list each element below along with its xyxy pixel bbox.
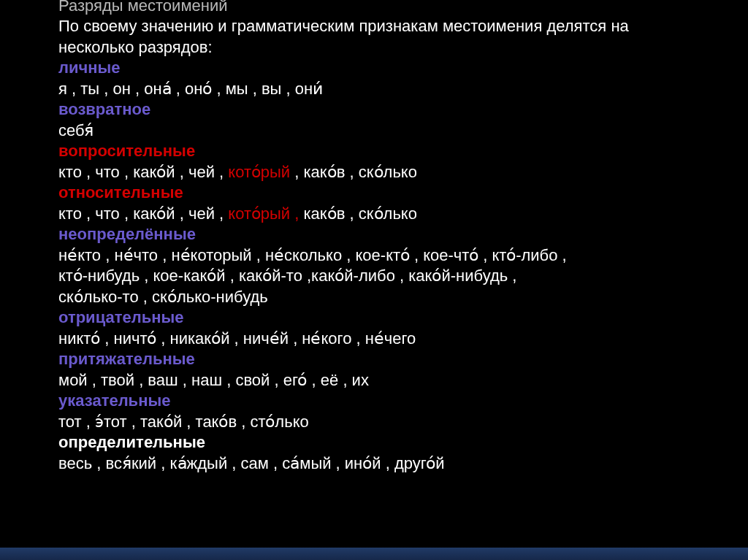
category-definitive-items: весь , вся́кий , ка́ждый , сам , са́мый …	[58, 453, 738, 474]
category-possessive-items: мой , твой , ваш , наш , свой , его́ , е…	[58, 370, 738, 391]
category-demonstrative-items: тот , э́тот , тако́й , тако́в , сто́лько	[58, 412, 738, 432]
category-negative-label: отрицательные	[58, 307, 738, 328]
category-reflexive-label: возвратное	[58, 99, 738, 120]
relative-post: како́в , ско́лько	[299, 204, 417, 223]
interrogative-highlight: кото́рый	[228, 163, 290, 181]
category-reflexive-items: себя́	[58, 120, 738, 141]
category-indefinite-label: неопределённые	[58, 224, 738, 245]
interrogative-post: , како́в , ско́лько	[290, 163, 417, 181]
category-personal-label: личные	[58, 58, 738, 78]
relative-highlight: кото́рый ,	[228, 204, 299, 223]
category-possessive-label: притяжательные	[58, 349, 738, 369]
intro-line-2: несколько разрядов:	[58, 37, 738, 58]
category-demonstrative-label: указательные	[58, 391, 738, 411]
slide-content: Разряды местоимений По своему значению и…	[58, 0, 738, 474]
category-relative-label: относительные	[58, 183, 738, 203]
footer-bar	[0, 548, 748, 560]
title-row: Разряды местоимений	[58, 0, 738, 16]
slide: Разряды местоимений По своему значению и…	[0, 0, 748, 548]
category-indefinite-items-3: ско́лько-то , ско́лько-нибудь	[58, 287, 738, 307]
intro-line-1: По своему значению и грамматическим приз…	[58, 16, 738, 37]
category-personal-items: я , ты , он , она́ , оно́ , мы , вы , он…	[58, 79, 738, 99]
category-indefinite-items-2: кто́-нибудь , кое-како́й , како́й-то ,ка…	[58, 266, 738, 286]
category-negative-items: никто́ , ничто́ , никако́й , ниче́й , не…	[58, 329, 738, 349]
interrogative-pre: кто , что , како́й , чей ,	[58, 163, 228, 181]
category-interrogative-items: кто , что , како́й , чей , кото́рый , ка…	[58, 162, 738, 183]
relative-pre: кто , что , како́й , чей ,	[58, 204, 228, 223]
category-definitive-label: определительные	[58, 432, 738, 453]
category-interrogative-label: вопросительные	[58, 141, 738, 161]
category-relative-items: кто , что , како́й , чей , кото́рый , ка…	[58, 204, 738, 224]
category-indefinite-items-1: не́кто , не́что , не́который , не́скольк…	[58, 245, 738, 266]
